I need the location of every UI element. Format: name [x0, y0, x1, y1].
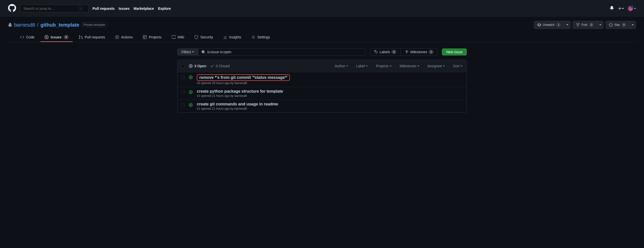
labels-label: Labels — [380, 50, 390, 54]
nav-marketplace[interactable]: Marketplace — [134, 7, 154, 11]
tab-projects-label: Projects — [149, 35, 162, 39]
fork-dropdown[interactable] — [597, 21, 604, 29]
issue-checkbox[interactable] — [181, 76, 185, 79]
star-group: Star 0 — [606, 21, 636, 29]
global-search[interactable]: / — [20, 5, 88, 12]
labels-button[interactable]: Labels 9 — [370, 48, 401, 55]
filter-label[interactable]: Label — [356, 64, 368, 68]
issue-open-icon — [189, 102, 193, 108]
issue-main: remove *'s from git commit '*status mess… — [197, 74, 463, 85]
repo-name-link[interactable]: github_template — [40, 22, 79, 28]
svg-point-10 — [190, 77, 192, 78]
filters-dropdown[interactable]: Filters — [177, 48, 198, 55]
issue-meta: #2 opened 21 hours ago by barnesd8 — [197, 94, 463, 98]
tab-issues[interactable]: Issues 3 — [40, 33, 73, 42]
filter-author[interactable]: Author — [335, 64, 348, 68]
new-issue-button[interactable]: New issue — [442, 48, 467, 55]
user-menu[interactable] — [628, 6, 636, 11]
tab-insights[interactable]: Insights — [219, 33, 245, 42]
global-nav: Pull requests Issues Marketplace Explore — [93, 7, 171, 11]
closed-issues-tab[interactable]: 0 Closed — [210, 64, 229, 68]
global-search-input[interactable] — [23, 7, 79, 11]
check-icon — [210, 64, 214, 68]
nav-explore[interactable]: Explore — [158, 7, 171, 11]
milestones-button[interactable]: Milestones 0 — [401, 48, 438, 55]
caret-down-icon — [634, 8, 636, 9]
issue-checkbox[interactable] — [181, 91, 185, 94]
issue-meta: #1 opened 21 hours ago by barnesd8 — [197, 107, 463, 110]
caret-down-icon — [390, 66, 392, 67]
tab-projects[interactable]: Projects — [139, 33, 166, 42]
caret-down-icon — [418, 66, 420, 67]
lock-icon — [8, 23, 12, 27]
tab-security[interactable]: Security — [190, 33, 217, 42]
milestones-count: 0 — [429, 50, 434, 54]
fork-group: Fork 0 — [573, 21, 604, 29]
tab-code[interactable]: Code — [16, 33, 38, 42]
unwatch-button[interactable]: Unwatch 1 — [534, 21, 564, 29]
tab-wiki-label: Wiki — [178, 35, 184, 39]
nav-pull-requests[interactable]: Pull requests — [93, 7, 115, 11]
issue-title-link[interactable]: remove *'s from git commit '*status mess… — [199, 75, 287, 80]
tab-pr-label: Pull requests — [85, 35, 105, 39]
filters-label: Filters — [181, 50, 191, 54]
filter-row: Filters Labels 9 Milestones 0 New issue — [177, 48, 467, 56]
caret-down-icon — [192, 51, 194, 52]
star-dropdown[interactable] — [630, 21, 636, 29]
filter-author-label: Author — [335, 64, 345, 68]
filter-projects-label: Projects — [376, 64, 389, 68]
watch-dropdown[interactable] — [564, 21, 571, 29]
filter-input-wrap[interactable] — [198, 48, 366, 55]
caret-down-icon — [346, 66, 348, 67]
github-logo[interactable] — [8, 4, 16, 13]
star-count: 0 — [621, 23, 626, 27]
issues-search-input[interactable] — [207, 50, 363, 54]
filter-projects[interactable]: Projects — [376, 64, 392, 68]
filter-sort[interactable]: Sort — [453, 64, 463, 68]
notifications-icon[interactable] — [610, 6, 614, 11]
filter-input-group: Filters — [177, 48, 366, 55]
tab-settings-label: Settings — [257, 35, 270, 39]
filter-assignee[interactable]: Assignee — [428, 64, 445, 68]
caret-down-icon — [599, 24, 601, 25]
repo-sep: / — [37, 22, 38, 28]
issue-checkbox[interactable] — [181, 103, 185, 107]
repo-head: barnesd8 / github_template Private templ… — [0, 17, 644, 42]
avatar — [628, 6, 633, 11]
create-new-dropdown[interactable] — [618, 7, 624, 11]
tab-wiki[interactable]: Wiki — [168, 33, 188, 42]
filter-label-label: Label — [356, 64, 365, 68]
tab-insights-label: Insights — [229, 35, 241, 39]
select-all-checkbox[interactable] — [181, 65, 185, 68]
issues-box: 3 Open 0 Closed Author Label Projects Mi… — [177, 60, 467, 113]
filter-milestones[interactable]: Milestones — [400, 64, 420, 68]
visibility-badge: Private template — [81, 22, 107, 27]
repo-title-row: barnesd8 / github_template Private templ… — [8, 21, 636, 29]
issue-row: create python package structure for temp… — [177, 87, 467, 100]
issue-row: create git commands and usage in readme … — [177, 100, 467, 112]
fork-button[interactable]: Fork 0 — [573, 21, 597, 29]
tab-settings[interactable]: Settings — [247, 33, 274, 42]
open-closed-toggle: 3 Open 0 Closed — [189, 64, 230, 68]
issues-count-badge: 3 — [64, 35, 69, 39]
status-dot — [631, 6, 633, 8]
star-button[interactable]: Star 0 — [606, 21, 630, 29]
tab-pull-requests[interactable]: Pull requests — [75, 33, 109, 42]
slash-key-hint: / — [79, 6, 83, 11]
tag-icon — [374, 50, 378, 54]
open-issues-tab[interactable]: 3 Open — [189, 64, 206, 68]
issues-list: remove *'s from git commit '*status mess… — [177, 72, 467, 112]
issues-container: Filters Labels 9 Milestones 0 New issue — [169, 42, 475, 119]
watch-group: Unwatch 1 — [534, 21, 571, 29]
nav-issues[interactable]: Issues — [119, 7, 130, 11]
global-header: / Pull requests Issues Marketplace Explo… — [0, 0, 644, 17]
issue-title-link[interactable]: create python package structure for temp… — [197, 89, 283, 93]
filter-milestones-label: Milestones — [400, 64, 417, 68]
tab-code-label: Code — [26, 35, 34, 39]
tab-actions[interactable]: Actions — [111, 33, 137, 42]
issue-title-link[interactable]: create git commands and usage in readme — [197, 102, 278, 106]
header-filters: Author Label Projects Milestones Assigne… — [335, 64, 463, 68]
closed-count-label: 0 Closed — [216, 64, 229, 68]
repo-owner-link[interactable]: barnesd8 — [14, 22, 35, 28]
caret-down-icon — [632, 24, 634, 25]
